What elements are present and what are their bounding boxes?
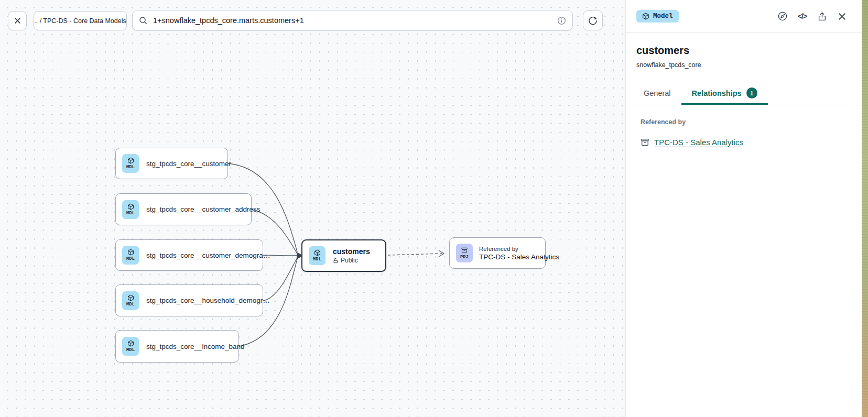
close-icon — [838, 12, 847, 21]
page-title: customers — [636, 45, 851, 57]
model-badge-label: MDL — [126, 164, 135, 170]
node-label: stg_tpcds_core__customer_demogra… — [146, 251, 270, 259]
node-label: stg_tpcds_core__household_demogr… — [146, 297, 270, 304]
unlock-icon — [333, 258, 339, 264]
cube-icon — [127, 249, 134, 256]
model-badge: MDL — [122, 154, 139, 173]
search-input[interactable] — [153, 16, 552, 25]
tab-general[interactable]: General — [633, 82, 681, 105]
close-panel-button[interactable] — [837, 11, 848, 22]
relationships-count-badge: 1 — [746, 87, 757, 98]
desktop-wallpaper-edge — [862, 0, 868, 417]
details-panel-header: Model </> — [626, 0, 862, 33]
close-lineage-button[interactable] — [8, 11, 27, 30]
tab-relationships[interactable]: Relationships 1 — [681, 82, 768, 105]
node-title: customers — [333, 247, 370, 256]
view-code-button[interactable]: </> — [797, 11, 808, 22]
node-customers-selected[interactable]: MDL customers Public — [301, 239, 386, 272]
refresh-button[interactable] — [583, 10, 603, 30]
model-type-chip: Model — [636, 10, 679, 23]
cube-icon — [127, 340, 134, 347]
node-referenced-project[interactable]: PRJ Referenced by TPC-DS - Sales Analyti… — [449, 237, 546, 269]
model-badge-label: MDL — [126, 347, 135, 353]
node-stg-tpcds-core-customer-address[interactable]: MDL stg_tpcds_core__customer_address — [115, 193, 252, 225]
project-badge: PRJ — [456, 244, 473, 262]
refresh-icon — [588, 16, 598, 25]
compass-button[interactable] — [777, 11, 788, 22]
breadcrumb-label: .. / TPC-DS - Core Data Models — [34, 17, 126, 25]
model-type-chip-label: Model — [653, 13, 673, 20]
lineage-search — [132, 10, 573, 31]
node-stg-tpcds-core-household-demographics[interactable]: MDL stg_tpcds_core__household_demogr… — [115, 284, 263, 316]
node-eyebrow: Referenced by — [479, 246, 559, 252]
archive-box-icon — [641, 138, 649, 147]
edge-household-demographics — [263, 258, 297, 301]
node-title: TPC-DS - Sales Analytics — [479, 253, 559, 261]
share-button[interactable] — [817, 11, 828, 22]
tab-general-label: General — [644, 89, 671, 97]
referenced-project-link[interactable]: TPC-DS - Sales Analytics — [654, 138, 743, 147]
model-badge-label: MDL — [313, 257, 321, 262]
cube-icon — [127, 203, 134, 210]
model-badge: MDL — [122, 246, 139, 265]
lineage-edges — [0, 0, 625, 417]
model-badge-label: MDL — [126, 256, 135, 261]
node-stg-tpcds-core-income-band[interactable]: MDL stg_tpcds_core__income_band — [115, 330, 239, 363]
info-icon[interactable] — [557, 16, 566, 25]
model-badge-label: MDL — [126, 211, 135, 216]
model-badge: MDL — [309, 246, 326, 265]
node-visibility: Public — [341, 257, 358, 264]
model-schema-subtitle: snowflake_tpcds_core — [636, 61, 851, 69]
lineage-canvas[interactable]: MDL stg_tpcds_core__customer MDL stg_tpc… — [0, 0, 625, 417]
edge-reference-dashed — [388, 254, 442, 255]
cube-icon — [314, 249, 321, 256]
model-badge: MDL — [122, 200, 139, 219]
node-stg-tpcds-core-customer-demographics[interactable]: MDL stg_tpcds_core__customer_demogra… — [115, 239, 263, 271]
node-label: stg_tpcds_core__income_band — [146, 343, 245, 350]
node-label: stg_tpcds_core__customer — [146, 160, 231, 168]
node-label: stg_tpcds_core__customer_address — [146, 205, 261, 213]
cube-icon — [127, 157, 134, 164]
cube-icon — [127, 294, 134, 301]
model-badge: MDL — [122, 337, 139, 356]
node-stg-tpcds-core-customer[interactable]: MDL stg_tpcds_core__customer — [115, 148, 228, 179]
referenced-by-label: Referenced by — [641, 118, 847, 126]
details-tabs: General Relationships 1 — [626, 82, 862, 105]
search-icon — [139, 16, 148, 25]
project-badge-label: PRJ — [460, 255, 469, 260]
tab-relationships-label: Relationships — [692, 89, 742, 97]
details-panel: Model </> customers snowflake_tpcds_core… — [625, 0, 862, 417]
cube-icon — [642, 13, 649, 20]
model-badge-label: MDL — [126, 302, 135, 307]
code-icon: </> — [798, 12, 807, 20]
referenced-project-row: TPC-DS - Sales Analytics — [641, 138, 847, 147]
model-badge: MDL — [122, 291, 139, 310]
breadcrumb[interactable]: .. / TPC-DS - Core Data Models — [34, 11, 127, 30]
close-icon — [14, 17, 21, 25]
edge-reference-arrowhead — [439, 250, 444, 257]
archive-box-icon — [461, 247, 468, 254]
compass-icon — [777, 11, 788, 21]
share-icon — [817, 12, 827, 21]
